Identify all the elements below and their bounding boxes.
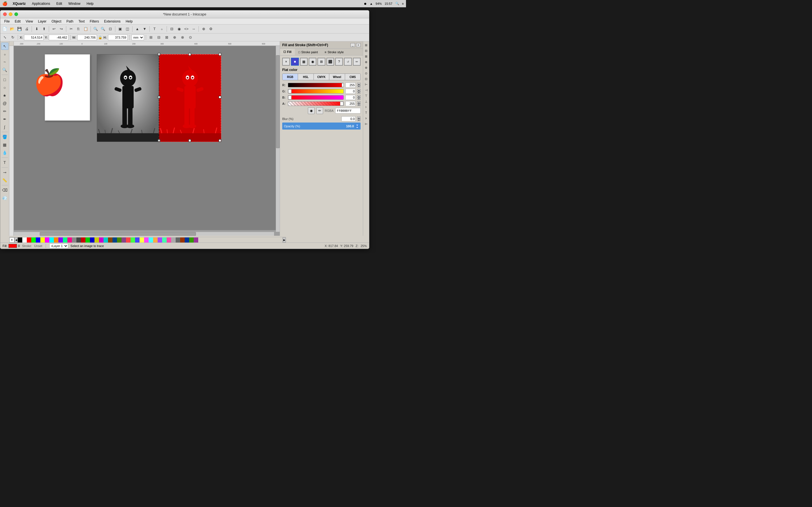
menu-help[interactable]: Help	[123, 19, 135, 24]
menu-extensions[interactable]: Extensions	[102, 19, 123, 24]
x-input[interactable]	[24, 35, 44, 40]
transform-btn[interactable]: ↔	[190, 25, 197, 33]
linear-gradient-btn[interactable]: ▦	[300, 58, 308, 66]
rotation-btn[interactable]: ↻	[9, 34, 16, 41]
palette-color-35[interactable]	[175, 237, 180, 242]
color-wheel-btn[interactable]: ◉	[308, 107, 315, 114]
rect-tool[interactable]: □	[1, 76, 8, 83]
palette-color-31[interactable]	[158, 237, 162, 242]
a-slider[interactable]	[288, 101, 344, 106]
text-tool-tb[interactable]: T	[151, 25, 158, 33]
erase-btn[interactable]: ✏	[353, 58, 361, 66]
menu-icon[interactable]: ≡	[402, 2, 404, 5]
gradient-tool[interactable]: ▦	[1, 141, 8, 149]
palette-scroll-right[interactable]: ▶	[283, 237, 286, 242]
a-value[interactable]	[345, 101, 356, 106]
raise-button[interactable]: ▲	[134, 25, 141, 33]
canvas-area[interactable]: -300 -200 -100 0 100 200 300 400 500 600	[9, 41, 280, 236]
menu-view[interactable]: View	[23, 19, 35, 24]
node-tool[interactable]: ⬦	[1, 50, 8, 58]
canvas-content[interactable]: 🍎	[14, 46, 280, 230]
g-up[interactable]: ▲	[357, 89, 361, 91]
palette-color-34[interactable]	[171, 237, 175, 242]
palette-color-18[interactable]	[99, 237, 103, 242]
palette-color-8[interactable]	[54, 237, 58, 242]
menu-text[interactable]: Text	[76, 19, 87, 24]
palette-color-25[interactable]	[131, 237, 135, 242]
r-value[interactable]	[345, 82, 356, 88]
radial-gradient-btn[interactable]: ◉	[309, 58, 316, 66]
snap-12[interactable]: ⊦	[364, 105, 369, 110]
snap-6[interactable]: ⊙	[364, 71, 369, 76]
prefs-btn[interactable]: ⚙	[207, 25, 214, 33]
pencil-tool[interactable]: ✏	[1, 108, 8, 115]
r-down[interactable]: ▼	[357, 85, 361, 87]
snap-more-btn[interactable]: ⊙	[187, 34, 194, 41]
new-button[interactable]: 📄	[1, 25, 8, 33]
tweak-tool[interactable]: ~	[1, 58, 8, 66]
palette-color-0[interactable]	[18, 237, 22, 242]
palette-color-3[interactable]	[31, 237, 36, 242]
tab-stroke-paint[interactable]: □ Stroke paint	[295, 49, 321, 55]
palette-color-15[interactable]	[86, 237, 90, 242]
snap-8[interactable]: ⊢	[364, 82, 369, 87]
calligraphy-tool[interactable]: ∫	[1, 123, 8, 131]
snap-btn[interactable]: ⊕	[200, 25, 207, 33]
palette-color-28[interactable]	[144, 237, 149, 242]
b-up[interactable]: ▲	[357, 95, 361, 98]
fill-stroke-btn[interactable]: ◉	[175, 25, 183, 33]
group-button[interactable]: ▣	[117, 25, 123, 33]
ellipse-tool[interactable]: ○	[1, 84, 8, 91]
menu-filters[interactable]: Filters	[87, 19, 101, 24]
palette-color-2[interactable]	[27, 237, 31, 242]
lower-button[interactable]: ▼	[141, 25, 148, 33]
import-button[interactable]: ⬇	[33, 25, 40, 33]
spray-tool[interactable]: 💨	[1, 194, 8, 202]
pattern-btn[interactable]: ⊞	[317, 58, 325, 66]
menu-layer[interactable]: Layer	[36, 19, 49, 24]
palette-color-37[interactable]	[185, 237, 189, 242]
zoom-fit-button[interactable]: ⊡	[107, 25, 114, 33]
palette-color-29[interactable]	[149, 237, 153, 242]
minimize-button[interactable]	[9, 12, 12, 16]
ungroup-button[interactable]: ◫	[124, 25, 131, 33]
rgb-tab[interactable]: RGB	[283, 74, 298, 80]
palette-color-32[interactable]	[162, 237, 167, 242]
palette-color-10[interactable]	[63, 237, 67, 242]
bucket-tool[interactable]: 🪣	[1, 133, 8, 140]
menu-edit[interactable]: Edit	[12, 19, 23, 24]
vertical-scrollbar[interactable]	[276, 46, 280, 232]
palette-scroll-left[interactable]: ◀	[14, 237, 18, 242]
palette-color-20[interactable]	[108, 237, 112, 242]
cut-button[interactable]: ✂	[68, 25, 74, 33]
palette-color-24[interactable]	[126, 237, 131, 242]
undo-button[interactable]: ↩	[50, 25, 57, 33]
g-value[interactable]	[345, 89, 356, 94]
menu-edit[interactable]: Edit	[55, 2, 63, 6]
eraser-tool[interactable]: ⌫	[1, 186, 8, 194]
menu-help[interactable]: Help	[86, 2, 95, 6]
rgba-hex-input[interactable]	[335, 108, 361, 114]
palette-color-12[interactable]	[72, 237, 77, 242]
palette-color-36[interactable]	[180, 237, 185, 242]
palette-color-4[interactable]	[36, 237, 40, 242]
opacity-down[interactable]: ▼	[356, 126, 359, 128]
node-editor-tb[interactable]: ⬦	[158, 25, 165, 33]
snap-nodes-btn[interactable]: ⊞	[148, 34, 154, 41]
apple-menu[interactable]: 🍎	[2, 1, 8, 6]
connector-tool[interactable]: ⊸	[1, 169, 8, 176]
snap-bbox-btn[interactable]: ⊟	[156, 34, 162, 41]
snap-extra-btn[interactable]: ⊗	[179, 34, 186, 41]
palette-color-39[interactable]	[194, 237, 198, 242]
search-icon[interactable]: 🔍	[395, 2, 399, 5]
paste-button[interactable]: 📋	[82, 25, 89, 33]
close-button[interactable]	[3, 12, 7, 16]
layer-select[interactable]: •Layer 1	[49, 243, 68, 248]
menu-object[interactable]: Object	[49, 19, 64, 24]
palette-color-6[interactable]	[45, 237, 49, 242]
palette-color-5[interactable]	[40, 237, 45, 242]
lock-icon[interactable]: 🔒	[98, 36, 102, 40]
transform-handles-btn[interactable]: ⤡	[1, 34, 8, 41]
snap-5[interactable]: ⊗	[364, 65, 369, 70]
palette-color-14[interactable]	[81, 237, 86, 242]
